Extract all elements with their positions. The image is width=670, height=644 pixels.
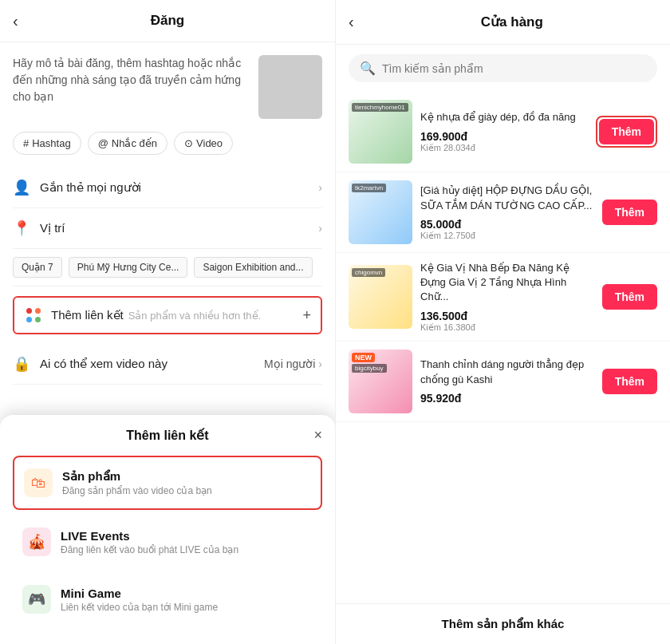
- sheet-item-live[interactable]: 🎪 LIVE Events Đăng liên kết vào buổi phá…: [13, 516, 322, 567]
- live-name: LIVE Events: [61, 529, 238, 543]
- search-bar[interactable]: 🔍: [349, 54, 657, 82]
- add-more-row[interactable]: Thêm sản phẩm khác: [336, 603, 670, 644]
- live-desc: Đăng liên kết vào buổi phát LIVE của bạn: [61, 544, 238, 555]
- store-badge-3: chigomvn: [352, 268, 385, 277]
- product-earn-1: Kiếm 28.034đ: [420, 143, 588, 153]
- video-thumbnail: [258, 55, 322, 119]
- sheet-item-live-info: LIVE Events Đăng liên kết vào buổi phát …: [61, 529, 238, 555]
- mention-label: Nhắc đến: [112, 137, 157, 149]
- tag-row: # Hashtag @ Nhắc đến ⊙ Video: [13, 132, 322, 155]
- game-icon: 🎮: [22, 585, 51, 614]
- privacy-row[interactable]: 🔒 Ai có thể xem video này Mọi người ›: [13, 344, 322, 385]
- hashtag-label: Hashtag: [32, 137, 70, 149]
- description-text: Hãy mô tả bài đăng, thêm hashtag hoặc nh…: [13, 55, 249, 119]
- location-icon: 📍: [13, 219, 30, 237]
- store-badge-2: tk2martvn: [352, 184, 386, 192]
- right-panel: ‹ Cửa hàng 🔍 tienichmyhome01 Kệ nhựa để …: [335, 0, 670, 644]
- product-name-3: Kệ Gia Vị Nhà Bếp Đa Năng Kệ Đựng Gia Vị…: [420, 261, 594, 305]
- tag-people-item[interactable]: 👤 Gắn thẻ mọi người ›: [13, 168, 322, 208]
- sheet-item-sanpham-info: Sản phẩm Đăng sản phẩm vào video của bạn: [62, 469, 212, 496]
- product-info-4: Thanh chỉnh dáng người thẳng đẹp chống g…: [420, 358, 594, 404]
- lock-icon: 🔒: [13, 355, 30, 373]
- sanpham-desc: Đăng sản phẩm vào video của bạn: [62, 485, 212, 496]
- product-name-4: Thanh chỉnh dáng người thẳng đẹp chống g…: [420, 358, 594, 386]
- shopping-bag-icon: 🛍: [24, 468, 53, 497]
- left-panel: ‹ Đăng Hãy mô tả bài đăng, thêm hashtag …: [0, 0, 335, 644]
- store-badge-1: tienichmyhome01: [352, 103, 408, 112]
- sanpham-name: Sản phẩm: [62, 469, 212, 484]
- product-price-1: 169.900đ: [420, 130, 588, 143]
- chevron-right-icon-2: ›: [318, 222, 322, 235]
- product-name-2: [Giá hủy diệt] HỘP ĐỰNG DẦU GỘI, SỮA TẮM…: [420, 184, 594, 212]
- privacy-value: Mọi người: [264, 358, 315, 370]
- product-name-1: Kệ nhựa để giày dép, đồ đa năng: [420, 110, 588, 124]
- product-thumb-1: tienichmyhome01: [349, 100, 412, 164]
- hashtag-button[interactable]: # Hashtag: [13, 132, 81, 155]
- tag-people-label: Gắn thẻ mọi người: [40, 180, 318, 195]
- product-thumb-2: tk2martvn: [349, 180, 412, 244]
- add-button-4[interactable]: Thêm: [602, 369, 657, 394]
- location-label: Vị trí: [40, 221, 318, 235]
- product-info-2: [Giá hủy diệt] HỘP ĐỰNG DẦU GỘI, SỮA TẮM…: [420, 184, 594, 240]
- add-button-1[interactable]: Thêm: [599, 119, 654, 144]
- product-price-3: 136.500đ: [420, 310, 594, 322]
- bottom-sheet-title: Thêm liên kết: [126, 428, 208, 443]
- video-icon: ⊙: [184, 137, 193, 149]
- location-chips: Quận 7 Phú Mỹ Hưng City Ce... Saigon Exh…: [13, 249, 322, 286]
- right-title: Cửa hàng: [367, 14, 657, 30]
- minigame-desc: Liên kết video của bạn tới Mini game: [61, 602, 218, 613]
- add-link-icon: [24, 306, 43, 325]
- product-earn-3: Kiếm 16.380đ: [420, 322, 594, 333]
- sheet-item-minigame-info: Mini Game Liên kết video của bạn tới Min…: [61, 587, 218, 613]
- live-icon: 🎪: [22, 527, 51, 556]
- product-item-4: NEW bigcitybuy Thanh chỉnh dáng người th…: [336, 342, 670, 422]
- sheet-item-minigame[interactable]: 🎮 Mini Game Liên kết video của bạn tới M…: [13, 574, 322, 625]
- product-info-1: Kệ nhựa để giày dép, đồ đa năng 169.900đ…: [420, 110, 588, 152]
- close-button[interactable]: ×: [313, 427, 322, 444]
- minigame-name: Mini Game: [61, 587, 218, 600]
- right-back-button[interactable]: ‹: [349, 13, 354, 31]
- add-link-label: Thêm liên kết: [51, 308, 124, 322]
- add-link-row[interactable]: Thêm liên kết Sản phẩm và nhiều hơn thế.…: [13, 296, 322, 334]
- add-link-plus: +: [302, 307, 311, 324]
- add-button-2[interactable]: Thêm: [602, 200, 657, 225]
- privacy-label: Ai có thể xem video này: [40, 357, 264, 371]
- product-thumb-4: NEW bigcitybuy: [349, 350, 412, 413]
- store-badge-4: bigcitybuy: [352, 364, 387, 373]
- product-list: tienichmyhome01 Kệ nhựa để giày dép, đồ …: [336, 92, 670, 603]
- search-input[interactable]: [382, 62, 646, 75]
- product-price-4: 95.920đ: [420, 392, 594, 405]
- chevron-right-icon-3: ›: [318, 358, 322, 370]
- them-btn-wrapper-1: Thêm: [596, 116, 657, 148]
- add-button-3[interactable]: Thêm: [602, 284, 657, 310]
- mention-button[interactable]: @ Nhắc đến: [88, 132, 168, 155]
- location-item[interactable]: 📍 Vị trí ›: [13, 208, 322, 249]
- add-more-label: Thêm sản phẩm khác: [442, 617, 565, 630]
- video-label: Video: [196, 137, 223, 149]
- chevron-right-icon: ›: [318, 181, 322, 194]
- product-item-3: chigomvn Kệ Gia Vị Nhà Bếp Đa Năng Kệ Đự…: [336, 253, 670, 342]
- video-button[interactable]: ⊙ Video: [174, 132, 233, 155]
- product-item-1: tienichmyhome01 Kệ nhựa để giày dép, đồ …: [336, 92, 670, 172]
- chip-phu-my[interactable]: Phú Mỹ Hưng City Ce...: [69, 257, 188, 278]
- product-item-2: tk2martvn [Giá hủy diệt] HỘP ĐỰNG DẦU GỘ…: [336, 172, 670, 253]
- person-icon: 👤: [13, 179, 30, 196]
- sheet-item-sanpham[interactable]: 🛍 Sản phẩm Đăng sản phẩm vào video của b…: [13, 456, 322, 510]
- left-header: ‹ Đăng: [0, 0, 335, 42]
- bottom-sheet: Thêm liên kết × 🛍 Sản phẩm Đăng sản phẩm…: [0, 415, 335, 644]
- hashtag-icon: #: [23, 137, 29, 149]
- page-title: Đăng: [151, 13, 185, 29]
- chip-saigon[interactable]: Saigon Exhibition and...: [194, 257, 312, 278]
- bottom-sheet-header: Thêm liên kết ×: [13, 428, 322, 443]
- add-link-sub: Sản phẩm và nhiều hơn thế.: [128, 310, 261, 322]
- product-info-3: Kệ Gia Vị Nhà Bếp Đa Năng Kệ Đựng Gia Vị…: [420, 261, 594, 333]
- product-thumb-3: chigomvn: [349, 265, 412, 329]
- right-header: ‹ Cửa hàng: [336, 0, 670, 45]
- back-button[interactable]: ‹: [13, 12, 18, 30]
- chip-q7[interactable]: Quận 7: [13, 257, 62, 278]
- description-area: Hãy mô tả bài đăng, thêm hashtag hoặc nh…: [13, 55, 322, 119]
- product-price-2: 85.000đ: [420, 218, 594, 231]
- at-icon: @: [98, 137, 108, 149]
- new-badge: NEW: [352, 353, 375, 362]
- product-earn-2: Kiếm 12.750đ: [420, 231, 594, 241]
